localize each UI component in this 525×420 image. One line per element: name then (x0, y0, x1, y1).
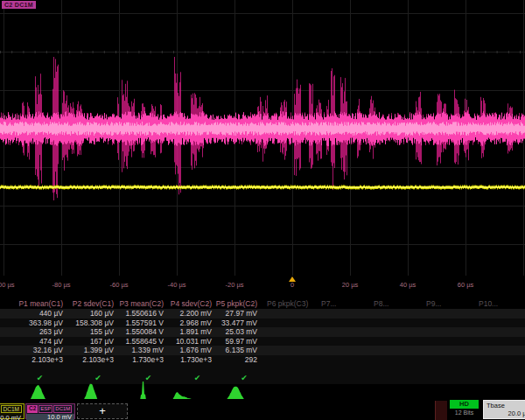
waveform-grid: C2 DC1M (0, 0, 525, 276)
measure-param-header[interactable]: P1 mean(C1) (0, 299, 66, 308)
measure-cell: 1.557591 V (116, 318, 166, 327)
measure-cell: 1.339 mV (116, 346, 166, 354)
trigger-time-marker-icon[interactable] (289, 276, 296, 282)
c2-coupling-badge: DC1M (53, 405, 72, 413)
measure-row: 263 µV155 µV1.550084 V1.891 mV25.03 mV (0, 327, 525, 337)
measure-cell: 263 µV (0, 327, 66, 336)
measure-cell: 1.558645 V (116, 337, 166, 346)
measure-param-header[interactable]: P2 sdev(C1) (66, 299, 116, 308)
c2-channel-badge: C2 (27, 405, 38, 413)
measure-param-header[interactable]: P9... (419, 299, 472, 308)
measure-cell: 25.03 mV (214, 327, 260, 336)
measure-row: 2.103e+32.103e+31.730e+31.730e+3292 (0, 355, 525, 365)
time-axis-label: 60 µs (458, 281, 474, 289)
measure-cell: 1.730e+3 (116, 355, 166, 364)
measure-cell: 160 µV (66, 309, 116, 318)
measure-param-header[interactable]: P5 pkpk(C2) (214, 299, 260, 308)
trigger-descriptor-sliver[interactable] (435, 401, 447, 420)
measure-cell: 1.399 µV (66, 346, 116, 354)
c1-scale-value: 50.0 mV (0, 413, 24, 420)
measure-param-header[interactable]: P8... (367, 299, 419, 308)
c1-descriptor-box[interactable]: DC1M 50.0 mV (0, 403, 24, 419)
measure-param-header[interactable]: P6 pkpk(C3) (260, 299, 314, 308)
measure-cell: 440 µV (0, 309, 66, 318)
bottom-bar: DC1M 50.0 mV C2 ESP DC1M 10.0 mV + HD 12… (0, 399, 525, 420)
time-axis-label: -80 µs (52, 281, 71, 289)
measure-cell: 27.97 mV (214, 309, 260, 318)
timebase-box[interactable]: Tbase 20.0 µs/div (483, 400, 525, 419)
measure-cell: 1.550084 V (116, 327, 166, 336)
c1-coupling-badge: DC1M (1, 405, 22, 413)
measure-header-row: P1 mean(C1)P2 sdev(C1)P3 mean(C2)P4 sdev… (0, 295, 525, 309)
measure-cell: 59.97 mV (214, 337, 260, 346)
timebase-value: 20.0 µs/div (484, 410, 525, 417)
measure-cell: 363.98 µV (0, 318, 66, 327)
grid-trace-badge[interactable]: C2 DC1M (2, 1, 36, 9)
measure-cell: 2.968 mV (166, 318, 214, 327)
measure-cell: 10.031 mV (166, 337, 214, 346)
measure-cell: 292 (214, 355, 260, 364)
time-axis-label: 40 µs (400, 281, 416, 289)
timebase-label: Tbase (484, 401, 525, 410)
measure-cell: 2.103e+3 (0, 355, 66, 364)
measure-cell: 1.676 mV (166, 346, 214, 354)
time-axis: -100 µs-80 µs-60 µs-40 µs-20 µs020 µs40 … (0, 276, 525, 295)
measure-table: P1 mean(C1)P2 sdev(C1)P3 mean(C2)P4 sdev… (0, 295, 525, 384)
measure-cell: 32.16 µV (0, 346, 66, 354)
measure-row: 363.98 µV158.308 µV1.557591 V2.968 mV33.… (0, 318, 525, 328)
measure-cell: 2.103e+3 (66, 355, 116, 364)
measure-row: 474 µV167 µV1.558645 V10.031 mV59.97 mV (0, 337, 525, 346)
measure-param-header[interactable]: P3 mean(C2) (116, 299, 166, 308)
measure-param-header[interactable]: P7... (314, 299, 367, 308)
oscilloscope-screen: C2 DC1M -100 µs-80 µs-60 µs-40 µs-20 µs0… (0, 0, 525, 420)
c2-scale-value: 10.0 mV (26, 414, 74, 420)
time-axis-label: -100 µs (0, 281, 15, 289)
measure-cell: 158.308 µV (66, 318, 116, 327)
measure-cell: 167 µV (66, 337, 116, 346)
time-axis-label: 0 (290, 281, 294, 289)
plus-icon: + (99, 404, 106, 417)
trace-canvas (0, 0, 525, 276)
measure-cell: 2.200 mV (166, 309, 214, 318)
add-trace-box[interactable]: + (77, 403, 128, 419)
hd-badge[interactable]: HD (450, 400, 479, 409)
measure-row: 440 µV160 µV1.550616 V2.200 mV27.97 mV (0, 309, 525, 318)
measure-cell: 155 µV (66, 327, 116, 336)
time-axis-label: -60 µs (110, 281, 129, 289)
time-axis-label: -20 µs (226, 281, 244, 289)
time-axis-label: 20 µs (342, 281, 359, 289)
time-axis-label: -40 µs (168, 281, 186, 289)
measure-param-header[interactable]: P4 sdev(C2) (166, 299, 214, 308)
measure-cell: 1.891 mV (166, 327, 214, 336)
measure-cell: 474 µV (0, 337, 66, 346)
measure-param-header[interactable]: P10... (472, 299, 525, 308)
measure-row: 32.16 µV1.399 µV1.339 mV1.676 mV6.135 mV (0, 346, 525, 355)
measure-cell: 1.730e+3 (166, 355, 214, 364)
adc-bits-label: 12 Bits (447, 410, 481, 416)
c2-descriptor-box[interactable]: C2 ESP DC1M 10.0 mV (25, 403, 75, 419)
c2-esp-badge: ESP (38, 405, 52, 413)
measure-cell: 6.135 mV (214, 346, 260, 354)
measure-cell: 33.477 mV (214, 318, 260, 327)
measure-cell: 1.550616 V (116, 309, 166, 318)
